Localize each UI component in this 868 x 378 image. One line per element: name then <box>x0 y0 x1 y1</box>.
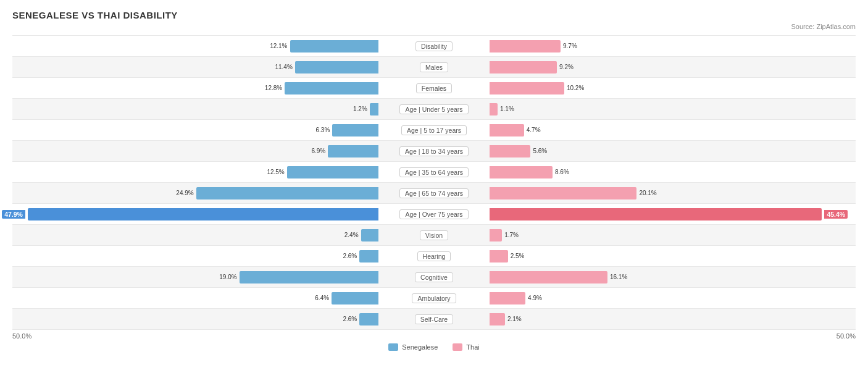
table-row: 12.1% Disability 9.7% <box>12 35 856 56</box>
blue-bar <box>332 292 378 304</box>
table-row: 2.6% Hearing 2.5% <box>12 245 856 266</box>
axis-bottom: 50.0% 50.0% <box>12 329 856 341</box>
pink-value: 10.2% <box>567 85 584 91</box>
right-bar-area: 1.1% <box>490 99 856 119</box>
legend-color <box>453 343 462 351</box>
center-label-zone: Males <box>378 62 490 72</box>
blue-bar <box>196 187 378 200</box>
center-label-zone: Ambulatory <box>378 293 490 303</box>
blue-value: 12.8% <box>265 85 282 91</box>
right-bar-area: 45.4% <box>490 204 856 224</box>
pink-bar <box>490 208 822 220</box>
blue-bar <box>287 166 378 178</box>
pink-value: 16.1% <box>610 274 627 280</box>
row-label: Hearing <box>417 251 451 261</box>
row-label: Age | 65 to 74 years <box>399 188 469 198</box>
blue-bar <box>359 313 378 326</box>
row-label: Females <box>416 83 452 93</box>
center-label-zone: Self-Care <box>378 314 490 324</box>
right-bar-area: 1.7% <box>490 225 856 245</box>
row-label: Age | 35 to 64 years <box>399 167 469 177</box>
row-label: Vision <box>420 230 448 240</box>
right-bar-area: 4.9% <box>490 288 856 308</box>
blue-bar <box>240 271 378 284</box>
left-bar-area: 47.9% <box>12 204 378 224</box>
row-label: Age | 5 to 17 years <box>401 125 467 135</box>
blue-bar <box>328 145 378 158</box>
left-bar-area: 24.9% <box>12 183 378 203</box>
blue-bar <box>359 250 378 262</box>
center-label-zone: Females <box>378 83 490 93</box>
pink-value: 20.1% <box>639 190 656 196</box>
blue-value-on-bar: 47.9% <box>2 210 25 219</box>
table-row: 24.9% Age | 65 to 74 years 20.1% <box>12 182 856 203</box>
left-bar-area: 2.6% <box>12 309 378 329</box>
pink-value: 9.2% <box>559 64 574 70</box>
center-label-zone: Age | 65 to 74 years <box>378 188 490 198</box>
pink-bar <box>490 292 525 304</box>
blue-value: 2.4% <box>344 232 359 238</box>
pink-value: 4.9% <box>528 295 542 301</box>
pink-value: 8.6% <box>555 169 569 175</box>
right-bar-area: 4.7% <box>490 120 856 140</box>
blue-bar <box>285 82 378 94</box>
pink-value: 2.5% <box>511 253 525 259</box>
right-bar-area: 20.1% <box>490 183 856 203</box>
pink-bar <box>490 229 502 242</box>
table-row: 6.3% Age | 5 to 17 years 4.7% <box>12 119 856 140</box>
left-bar-area: 2.4% <box>12 225 378 245</box>
blue-value: 19.0% <box>219 274 236 280</box>
blue-value: 6.4% <box>315 295 329 301</box>
pink-value: 1.7% <box>504 232 519 238</box>
left-bar-area: 11.4% <box>12 57 378 77</box>
blue-value: 2.6% <box>343 316 357 322</box>
left-bar-area: 2.6% <box>12 246 378 266</box>
legend-label: Thai <box>466 343 479 351</box>
right-bar-area: 9.7% <box>490 36 856 56</box>
center-label-zone: Age | 35 to 64 years <box>378 167 490 177</box>
blue-value: 1.2% <box>353 106 367 112</box>
table-row: 19.0% Cognitive 16.1% <box>12 266 856 287</box>
pink-bar <box>490 145 530 158</box>
pink-bar <box>490 313 505 326</box>
blue-bar <box>28 208 378 220</box>
blue-value: 24.9% <box>176 190 193 196</box>
chart-container: 12.1% Disability 9.7% 11.4% Males 9.2% 1… <box>12 35 856 329</box>
pink-bar <box>490 271 607 284</box>
row-label: Males <box>420 62 448 72</box>
center-label-zone: Age | 5 to 17 years <box>378 125 490 135</box>
center-label-zone: Age | Over 75 years <box>378 209 490 219</box>
row-label: Cognitive <box>415 272 453 282</box>
axis-right-label: 50.0% <box>837 332 856 340</box>
pink-value: 5.6% <box>533 148 547 154</box>
pink-bar <box>490 166 553 178</box>
pink-value: 4.7% <box>527 127 541 133</box>
blue-value: 12.5% <box>267 169 284 175</box>
row-label: Age | Over 75 years <box>399 209 468 219</box>
left-bar-area: 19.0% <box>12 267 378 287</box>
row-label: Self-Care <box>415 314 453 324</box>
pink-bar <box>490 187 636 200</box>
table-row: 2.4% Vision 1.7% <box>12 224 856 245</box>
blue-value: 12.1% <box>270 43 287 49</box>
blue-value: 2.6% <box>343 253 357 259</box>
right-bar-area: 9.2% <box>490 57 856 77</box>
pink-value: 1.1% <box>500 106 514 112</box>
row-label: Age | Under 5 years <box>399 104 468 114</box>
axis-left-label: 50.0% <box>12 332 31 340</box>
right-bar-area: 16.1% <box>490 267 856 287</box>
legend-color <box>388 343 398 351</box>
row-label: Ambulatory <box>412 293 456 303</box>
center-label-zone: Cognitive <box>378 272 490 282</box>
pink-bar <box>490 124 524 136</box>
pink-bar <box>490 250 508 262</box>
right-bar-area: 2.5% <box>490 246 856 266</box>
center-label-zone: Age | 18 to 34 years <box>378 146 490 156</box>
right-bar-area: 2.1% <box>490 309 856 329</box>
pink-bar <box>490 40 561 52</box>
right-bar-area: 8.6% <box>490 162 856 182</box>
pink-bar <box>490 61 557 74</box>
right-bar-area: 5.6% <box>490 141 856 161</box>
blue-bar <box>290 40 379 52</box>
pink-value: 9.7% <box>563 43 577 49</box>
